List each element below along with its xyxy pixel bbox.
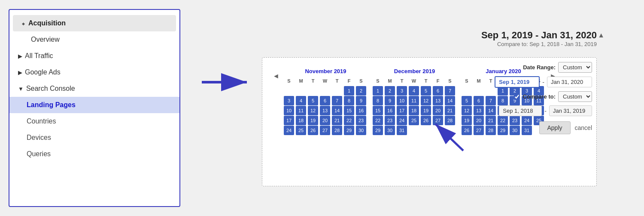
compare-end-input[interactable]: [549, 105, 592, 116]
date-separator: -: [542, 79, 544, 86]
sidebar-item-acquisition[interactable]: ⬥ Acquisition: [13, 15, 176, 31]
cal-day[interactable]: 14: [445, 96, 455, 105]
network-icon: ⬥: [21, 20, 25, 27]
cal-day[interactable]: [409, 126, 419, 135]
compare-to-select[interactable]: Custom: [558, 91, 592, 102]
compare-checkbox[interactable]: [514, 94, 520, 100]
cal-day[interactable]: 8: [344, 96, 354, 105]
cal-day[interactable]: 20: [320, 116, 330, 125]
cal-day[interactable]: 17: [284, 116, 294, 125]
end-date-input[interactable]: [547, 77, 592, 87]
sidebar-item-queries[interactable]: Queries: [9, 146, 179, 162]
apply-button[interactable]: Apply: [539, 121, 571, 134]
cal-day[interactable]: 31: [397, 126, 407, 135]
cal-day[interactable]: 5: [308, 96, 318, 105]
cal-day[interactable]: 10: [397, 96, 407, 105]
cal-day[interactable]: [308, 86, 318, 96]
sidebar-devices-label: Devices: [27, 134, 51, 142]
cal-day[interactable]: [332, 86, 342, 96]
start-date-input[interactable]: [495, 76, 540, 88]
compare-start-input[interactable]: [499, 105, 542, 116]
cal-day[interactable]: 30: [356, 126, 366, 135]
cal-day[interactable]: 10: [284, 106, 294, 115]
cal-header: W: [320, 76, 330, 86]
cal-header: S: [462, 76, 472, 86]
cal-day[interactable]: 15: [344, 106, 354, 115]
cal-day[interactable]: 18: [409, 106, 419, 115]
cal-day[interactable]: 11: [409, 96, 419, 105]
cal-day[interactable]: 1: [344, 86, 354, 96]
sidebar-item-google-ads[interactable]: ▶ Google Ads: [9, 64, 179, 80]
sidebar-item-landing-pages[interactable]: Landing Pages: [9, 97, 179, 113]
cal-day[interactable]: [296, 86, 306, 96]
cal-day[interactable]: 23: [385, 116, 395, 125]
cal-day[interactable]: 13: [320, 106, 330, 115]
cal-day[interactable]: 9: [356, 96, 366, 105]
cal-day[interactable]: 16: [385, 106, 395, 115]
svg-line-3: [435, 124, 463, 151]
sidebar-item-devices[interactable]: Devices: [9, 130, 179, 146]
cal-day[interactable]: 2: [385, 86, 395, 96]
cal-day[interactable]: 29: [344, 126, 354, 135]
cal-day[interactable]: [320, 86, 330, 96]
cal-day[interactable]: 9: [385, 96, 395, 105]
cal-day[interactable]: 1: [373, 86, 383, 96]
cal-day[interactable]: 27: [320, 126, 330, 135]
cancel-button[interactable]: cancel: [575, 124, 592, 131]
cal-day[interactable]: 16: [356, 106, 366, 115]
cal-day[interactable]: 18: [296, 116, 306, 125]
cal-day[interactable]: 21: [332, 116, 342, 125]
right-controls: Date Range: Custom - Compare: [476, 62, 592, 134]
cal-day[interactable]: 5: [462, 96, 472, 105]
cal-day[interactable]: 6: [433, 86, 443, 96]
compare-date-text: Sep 1, 2018 - Jan 31, 2019: [529, 41, 597, 47]
cal-day[interactable]: 25: [409, 116, 419, 125]
cal-day[interactable]: 22: [373, 116, 383, 125]
cal-day[interactable]: 25: [296, 126, 306, 135]
date-inputs-row: -: [495, 76, 592, 88]
sidebar-item-all-traffic[interactable]: ▶ All Traffic: [9, 48, 179, 64]
cal-day[interactable]: 12: [421, 96, 431, 105]
cal-day[interactable]: 29: [373, 126, 383, 135]
cal-day[interactable]: 3: [397, 86, 407, 96]
date-range-select[interactable]: Custom: [558, 62, 592, 73]
cal-day[interactable]: 28: [332, 126, 342, 135]
cal-day[interactable]: 20: [433, 106, 443, 115]
cal-day[interactable]: 24: [397, 116, 407, 125]
cal-day[interactable]: 22: [344, 116, 354, 125]
cal-day[interactable]: 12: [308, 106, 318, 115]
cal-day[interactable]: 7: [332, 96, 342, 105]
prev-month-button[interactable]: ◄: [271, 68, 281, 80]
cal-day[interactable]: 19: [308, 116, 318, 125]
cal-day[interactable]: 14: [332, 106, 342, 115]
cal-day[interactable]: 21: [445, 106, 455, 115]
cal-day[interactable]: 26: [308, 126, 318, 135]
cal-day[interactable]: [284, 86, 294, 96]
cal-day[interactable]: 4: [409, 86, 419, 96]
cal-day[interactable]: 19: [421, 106, 431, 115]
sidebar-google-ads-label: Google Ads: [25, 68, 61, 76]
cal-day[interactable]: 30: [385, 126, 395, 135]
cal-day[interactable]: 17: [397, 106, 407, 115]
cal-header: S: [284, 76, 294, 86]
cal-day[interactable]: 7: [445, 86, 455, 96]
cal-day[interactable]: 8: [373, 96, 383, 105]
compare-separator: -: [544, 108, 547, 114]
cal-day[interactable]: 15: [373, 106, 383, 115]
sidebar-item-overview[interactable]: Overview: [9, 31, 179, 48]
cal-day[interactable]: 6: [320, 96, 330, 105]
cal-day[interactable]: 12: [462, 106, 472, 115]
cal-day[interactable]: 11: [296, 106, 306, 115]
cal-day[interactable]: 24: [284, 126, 294, 135]
calendar-december-title: December 2019: [373, 68, 456, 74]
cal-header: S: [373, 76, 383, 86]
cal-day[interactable]: 23: [356, 116, 366, 125]
cal-day[interactable]: 5: [421, 86, 431, 96]
sidebar-item-countries[interactable]: Countries: [9, 113, 179, 130]
sidebar-item-search-console[interactable]: ▼ Search Console: [9, 80, 179, 97]
cal-day[interactable]: 2: [356, 86, 366, 96]
cal-day[interactable]: 13: [433, 96, 443, 105]
cal-day[interactable]: [462, 86, 472, 96]
cal-day[interactable]: 3: [284, 96, 294, 105]
cal-day[interactable]: 4: [296, 96, 306, 105]
